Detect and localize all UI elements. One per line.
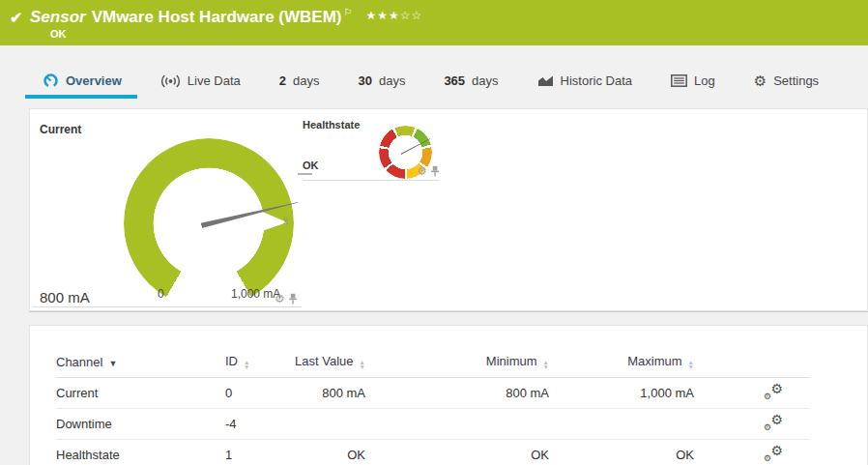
channel-table: Channel▼ ID▲▼ Last Value▲▼ Minimum▲▼ Max… xyxy=(56,349,810,465)
gauge-settings-icon[interactable]: ⚙ xyxy=(275,293,285,305)
cell-maximum: 1,000 mA xyxy=(549,378,694,409)
current-gauge-average-marker: x̄ xyxy=(283,216,288,226)
tab-30-days-unit: days xyxy=(379,73,405,88)
sensor-status-text: OK xyxy=(50,28,67,40)
sort-desc-icon: ▼ xyxy=(108,359,117,368)
cell-channel[interactable]: Downtime xyxy=(56,409,225,440)
pin-icon[interactable] xyxy=(430,165,440,177)
table-header-row: Channel▼ ID▲▼ Last Value▲▼ Minimum▲▼ Max… xyxy=(56,349,810,378)
tab-30-days-number: 30 xyxy=(358,73,371,88)
tab-365-days[interactable]: 365 days xyxy=(442,63,500,99)
column-header-minimum[interactable]: Minimum▲▼ xyxy=(365,349,549,378)
column-header-channel[interactable]: Channel▼ xyxy=(56,349,225,378)
tab-settings[interactable]: ⚙ Settings xyxy=(752,63,821,99)
tab-historic-data[interactable]: Historic Data xyxy=(535,63,634,99)
cell-last-value: 800 mA xyxy=(283,378,365,409)
table-row-downtime[interactable]: Downtime -4 ⚙⚙ xyxy=(56,409,810,440)
sort-icon: ▲▼ xyxy=(543,360,549,369)
flag-icon[interactable]: ⚐ xyxy=(343,7,352,17)
tab-overview[interactable]: Overview xyxy=(41,63,124,99)
cell-minimum: 800 mA xyxy=(365,378,549,409)
cell-last-value: OK xyxy=(283,440,365,465)
healthstate-gauge-title: Healthstate xyxy=(303,119,360,131)
sensor-name: VMware Host Hardware (WBEM) xyxy=(92,8,342,26)
tab-30-days[interactable]: 30 days xyxy=(356,63,407,99)
sensor-title: SensorVMware Host Hardware (WBEM)⚐★★★☆☆ xyxy=(30,7,422,27)
channel-settings-icon[interactable]: ⚙⚙ xyxy=(764,446,783,461)
cell-channel[interactable]: Current xyxy=(56,378,225,409)
area-chart-icon xyxy=(537,74,554,87)
cell-channel[interactable]: Healthstate xyxy=(56,440,225,465)
cell-maximum xyxy=(549,409,694,440)
tab-365-days-number: 365 xyxy=(444,73,465,88)
tab-live-data[interactable]: Live Data xyxy=(159,63,243,99)
column-header-id[interactable]: ID▲▼ xyxy=(225,349,283,378)
channel-settings-icon[interactable]: ⚙⚙ xyxy=(764,384,783,399)
cell-minimum xyxy=(365,409,549,440)
tab-2-days[interactable]: 2 days xyxy=(277,63,322,99)
current-gauge-cell[interactable]: Current x̄ 0 1,000 mA 800 mA ⚙ xyxy=(30,109,303,307)
sensor-tabbar: Overview Live Data 2 days 30 days 365 da… xyxy=(0,45,868,99)
healthstate-gauge-actions: ⚙ xyxy=(417,165,440,177)
current-gauge-title: Current xyxy=(40,123,81,136)
sort-icon: ▲▼ xyxy=(360,360,365,369)
tab-log[interactable]: Log xyxy=(669,63,717,99)
healthstate-gauge-value: OK xyxy=(303,160,319,171)
tab-365-days-unit: days xyxy=(472,73,498,88)
current-gauge-scale-min: 0 xyxy=(158,287,164,301)
tab-log-label: Log xyxy=(694,73,715,88)
cell-id: 0 xyxy=(225,378,283,409)
table-row-current[interactable]: Current 0 800 mA 800 mA 1,000 mA ⚙⚙ xyxy=(56,378,810,409)
column-header-maximum[interactable]: Maximum▲▼ xyxy=(549,349,694,378)
cell-id: -4 xyxy=(225,409,283,440)
tab-live-data-label: Live Data xyxy=(188,73,241,88)
tab-2-days-unit: days xyxy=(293,73,319,88)
cell-id: 1 xyxy=(225,440,283,465)
sensor-overview-page: ✔ SensorVMware Host Hardware (WBEM)⚐★★★☆… xyxy=(0,0,868,465)
pin-icon[interactable] xyxy=(288,293,298,305)
tab-historic-data-label: Historic Data xyxy=(561,73,632,88)
status-check-icon: ✔ xyxy=(10,9,22,27)
current-gauge-actions: ⚙ xyxy=(275,293,298,305)
channel-table-panel: Channel▼ ID▲▼ Last Value▲▼ Minimum▲▼ Max… xyxy=(29,325,868,465)
tab-2-days-number: 2 xyxy=(279,73,286,88)
priority-stars[interactable]: ★★★☆☆ xyxy=(365,9,422,22)
gauge-icon xyxy=(43,73,59,89)
sort-icon: ▲▼ xyxy=(688,360,694,369)
column-header-actions xyxy=(694,349,810,378)
gear-icon: ⚙ xyxy=(754,73,767,88)
gauge-settings-icon[interactable]: ⚙ xyxy=(417,165,427,177)
overview-panel: Current x̄ 0 1,000 mA 800 mA ⚙ Healthsta… xyxy=(29,108,868,311)
cell-maximum: OK xyxy=(549,440,694,465)
current-gauge-value: 800 mA xyxy=(40,289,90,305)
cell-minimum: OK xyxy=(365,440,549,465)
cell-last-value xyxy=(283,409,365,440)
table-row-healthstate[interactable]: Healthstate 1 OK OK OK ⚙⚙ xyxy=(56,440,810,465)
sensor-kind-label: Sensor xyxy=(30,8,86,26)
tab-overview-label: Overview xyxy=(66,73,122,88)
sort-icon: ▲▼ xyxy=(244,360,249,369)
tab-settings-label: Settings xyxy=(773,73,819,88)
broadcast-icon xyxy=(160,74,181,88)
current-gauge-scale-max: 1,000 mA xyxy=(231,287,280,301)
healthstate-gauge-cell[interactable]: Healthstate OK ⚙ xyxy=(303,109,439,181)
channel-settings-icon[interactable]: ⚙⚙ xyxy=(764,415,783,430)
cell-divider xyxy=(33,306,302,307)
log-list-icon xyxy=(671,74,687,87)
sensor-status-bar: ✔ SensorVMware Host Hardware (WBEM)⚐★★★☆… xyxy=(0,0,868,45)
column-header-last-value[interactable]: Last Value▲▼ xyxy=(283,349,365,378)
